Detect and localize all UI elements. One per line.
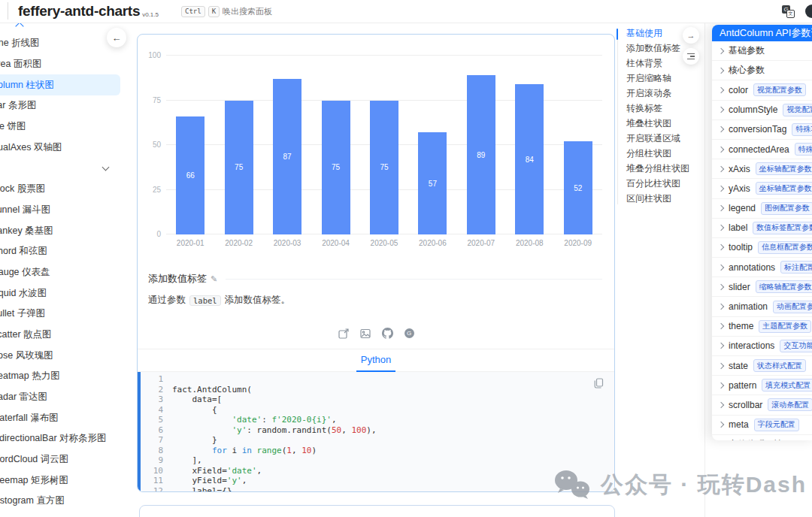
api-param-tag: 特殊功能参数 <box>795 143 812 156</box>
toc-item[interactable]: 区间柱状图 <box>626 191 705 206</box>
sidebar-item[interactable]: Stock 股票图 <box>0 179 120 200</box>
sidebar-item[interactable]: Bullet 子弹图 <box>0 304 120 325</box>
chart-bar[interactable]: 75 <box>370 101 398 235</box>
chevron-up-icon[interactable] <box>15 23 23 31</box>
sidebar-item[interactable]: BidirectionalBar 对称条形图 <box>0 428 120 449</box>
sidebar-item[interactable]: Area 面积图 <box>0 54 120 75</box>
chart-bar[interactable]: 75 <box>322 101 350 235</box>
api-param-row[interactable]: theme主题配置参数 <box>712 317 812 337</box>
api-param-row[interactable]: 核心参数 <box>712 61 812 80</box>
api-param-row[interactable]: animation动画配置参数 <box>712 297 812 316</box>
toc-item[interactable]: 开启联通区域 <box>626 131 705 146</box>
toc-item[interactable]: 转换标签 <box>626 101 705 116</box>
sidebar-item[interactable]: Treemap 矩形树图 <box>0 470 120 491</box>
api-param-row[interactable]: label数值标签配置参数 <box>712 219 812 238</box>
outline-button[interactable] <box>683 48 699 65</box>
api-param-row[interactable]: tooltip信息框配置参数 <box>712 238 812 258</box>
bar-value-label: 89 <box>477 151 485 159</box>
sidebar-item[interactable]: Line 折线图 <box>0 33 120 54</box>
chevron-right-icon <box>718 186 724 192</box>
sidebar-item[interactable]: Funnel 漏斗图 <box>0 200 120 221</box>
toc-item[interactable]: 百分比柱状图 <box>626 176 705 191</box>
sidebar-item[interactable]: WordCloud 词云图 <box>0 449 120 470</box>
chart-bar[interactable]: 66 <box>176 116 205 234</box>
api-param-row[interactable]: annotations标注配置参数 <box>712 258 812 277</box>
sidebar-item[interactable]: Histogram 直方图 <box>0 491 120 512</box>
api-param-row[interactable]: legend图例配置参数 <box>712 199 812 219</box>
toc-item[interactable]: 开启滚动条 <box>626 86 705 101</box>
sidebar-item[interactable]: Radar 雷达图 <box>0 387 120 408</box>
sidebar-item-label: Scatter 散点图 <box>0 328 52 341</box>
code-line: 11 yField='y', <box>141 476 614 486</box>
open-panel-button[interactable]: → <box>683 27 699 44</box>
toc-item[interactable]: 开启缩略轴 <box>626 71 705 86</box>
chart-bar[interactable]: 52 <box>564 141 592 234</box>
chart-bar[interactable]: 57 <box>418 132 447 234</box>
sidebar-item[interactable]: Heatmap 热力图 <box>0 366 120 387</box>
toc-item[interactable]: 堆叠柱状图 <box>626 116 705 131</box>
sidebar-item[interactable]: Column 柱状图 <box>0 74 120 95</box>
api-param-name: scrollbar <box>729 400 762 410</box>
image-icon[interactable] <box>360 328 371 339</box>
api-param-row[interactable]: scrollbar滚动条配置 <box>712 395 812 415</box>
api-param-row[interactable]: 事件监听属性 <box>712 435 812 440</box>
sidebar-item[interactable]: Waterfall 瀑布图 <box>0 407 120 428</box>
code-line: 1 <box>141 374 614 385</box>
api-param-row[interactable]: xAxis坐标轴配置参数 <box>712 159 812 179</box>
api-param-row[interactable]: meta字段元配置 <box>712 416 812 435</box>
chart-bar[interactable]: 89 <box>467 75 495 234</box>
chart-bar[interactable]: 75 <box>225 101 253 235</box>
api-param-row[interactable]: interactions交互功能配置 <box>712 337 812 356</box>
sidebar-item-label: Sankey 桑基图 <box>0 225 53 237</box>
search-shortcut[interactable]: Ctrl K 唤出搜索面板 <box>181 6 272 17</box>
api-param-row[interactable]: pattern填充模式配置 <box>712 376 812 395</box>
sidebar-item[interactable]: Pie 饼图 <box>0 116 120 138</box>
api-param-name: legend <box>729 203 756 213</box>
sidebar-item[interactable]: Chord 和弦图 <box>0 241 120 262</box>
sidebar-item[interactable]: Liquid 水波图 <box>0 283 120 304</box>
edit-square-icon[interactable] <box>338 328 349 339</box>
sidebar-item[interactable]: Gauge 仪表盘 <box>0 262 120 283</box>
chart-bar[interactable]: 87 <box>273 79 301 234</box>
chevron-right-icon <box>718 87 724 93</box>
api-param-row[interactable]: columnStyle视觉配置参数 <box>712 101 812 120</box>
toc-item[interactable]: 堆叠分组柱状图 <box>626 161 705 176</box>
sidebar-item[interactable]: Rose 风玫瑰图 <box>0 345 120 366</box>
api-param-row[interactable]: 基础参数 <box>712 41 812 61</box>
api-param-tag: 坐标轴配置参数 <box>756 182 812 195</box>
collapse-sidebar-button[interactable]: ← <box>107 28 126 47</box>
line-number: 5 <box>141 415 172 425</box>
code-text: yField='y', <box>172 476 247 486</box>
edit-pencil-icon[interactable]: ✎ <box>211 274 217 284</box>
chart-bar[interactable]: 84 <box>515 84 544 234</box>
sidebar-item[interactable]: Bar 条形图 <box>0 95 120 116</box>
api-param-row[interactable]: state状态样式配置 <box>712 356 812 376</box>
section-title: 添加数值标签 <box>148 272 207 286</box>
api-param-name: meta <box>729 419 749 430</box>
code-text: 'date': f'2020-0{i}', <box>172 415 337 425</box>
api-param-row[interactable]: connectedArea特殊功能参数 <box>712 140 812 159</box>
sidebar-item-label: Gauge 仪表盘 <box>0 266 50 279</box>
gitee-icon[interactable]: G <box>404 328 414 338</box>
toc-item[interactable]: 分组柱状图 <box>626 146 705 161</box>
code-text: xField='date', <box>172 466 262 476</box>
api-param-row[interactable]: conversionTag特殊功能参数 <box>712 120 812 140</box>
code-line: 5 'date': f'2020-0{i}', <box>141 415 614 425</box>
tab-python[interactable]: Python <box>359 349 392 371</box>
api-param-row[interactable]: color视觉配置参数 <box>712 80 812 100</box>
translate-icon[interactable]: G文 <box>782 5 795 18</box>
sidebar-item[interactable] <box>0 158 120 179</box>
api-param-row[interactable]: yAxis坐标轴配置参数 <box>712 179 812 198</box>
github-octocat-icon[interactable] <box>382 328 393 339</box>
api-param-row[interactable]: slider缩略轴配置参数 <box>712 277 812 297</box>
sidebar-item-label: Chord 和弦图 <box>0 245 47 258</box>
github-icon[interactable] <box>805 5 812 18</box>
chevron-right-icon <box>718 362 724 368</box>
y-tick-label: 50 <box>153 141 161 149</box>
api-panel-rows: 基础参数核心参数color视觉配置参数columnStyle视觉配置参数conv… <box>712 41 812 440</box>
copy-icon[interactable] <box>594 378 604 389</box>
sidebar-item[interactable]: DualAxes 双轴图 <box>0 137 120 158</box>
sidebar-item[interactable]: Scatter 散点图 <box>0 325 120 346</box>
chevron-right-icon <box>718 264 724 270</box>
sidebar-item[interactable]: Sankey 桑基图 <box>0 220 120 241</box>
